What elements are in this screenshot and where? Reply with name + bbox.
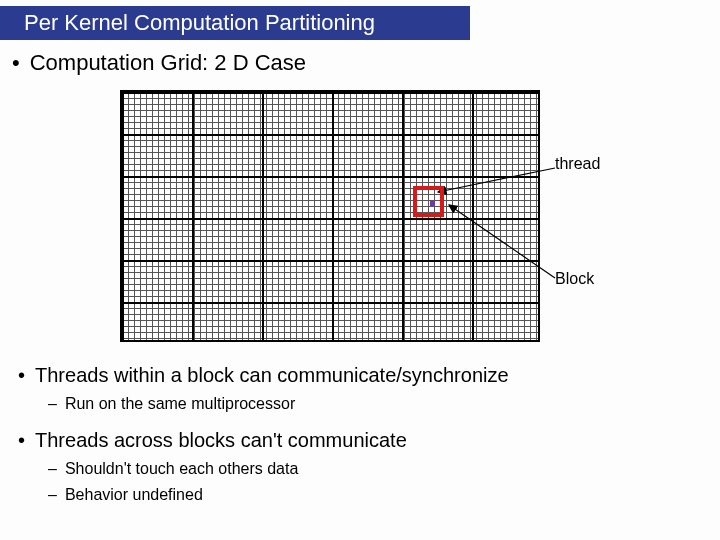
- block-highlight: [413, 186, 444, 217]
- subbullet-text: Run on the same multiprocessor: [65, 395, 295, 412]
- bullet-communicate: •Threads within a block can communicate/…: [18, 364, 720, 387]
- subbullet-text: Shouldn't touch each others data: [65, 460, 298, 477]
- bullet-dot-icon: •: [12, 50, 20, 75]
- subbullet-undefined: –Behavior undefined: [48, 486, 720, 504]
- heading-text: Computation Grid: 2 D Case: [30, 50, 306, 75]
- subbullet-text: Behavior undefined: [65, 486, 203, 503]
- bullet-text: Threads within a block can communicate/s…: [35, 364, 509, 386]
- dash-icon: –: [48, 460, 57, 477]
- subbullet-same-mp: –Run on the same multiprocessor: [48, 395, 720, 413]
- bullet-text: Threads across blocks can't communicate: [35, 429, 407, 451]
- grid-canvas: [120, 90, 540, 342]
- dash-icon: –: [48, 395, 57, 412]
- bullet-dot-icon: •: [18, 364, 25, 386]
- block-label: Block: [555, 270, 594, 288]
- bullet-across-blocks: •Threads across blocks can't communicate: [18, 429, 720, 452]
- slide-title-bar: Per Kernel Computation Partitioning: [0, 6, 470, 40]
- dash-icon: –: [48, 486, 57, 503]
- bullet-dot-icon: •: [18, 429, 25, 451]
- thread-label: thread: [555, 155, 600, 173]
- subbullet-no-touch: –Shouldn't touch each others data: [48, 460, 720, 478]
- lower-bullets: •Threads within a block can communicate/…: [0, 364, 720, 504]
- slide-title: Per Kernel Computation Partitioning: [24, 10, 375, 35]
- thread-dot-icon: [430, 201, 435, 206]
- heading-bullet: •Computation Grid: 2 D Case: [12, 50, 720, 76]
- computation-grid: [120, 90, 540, 342]
